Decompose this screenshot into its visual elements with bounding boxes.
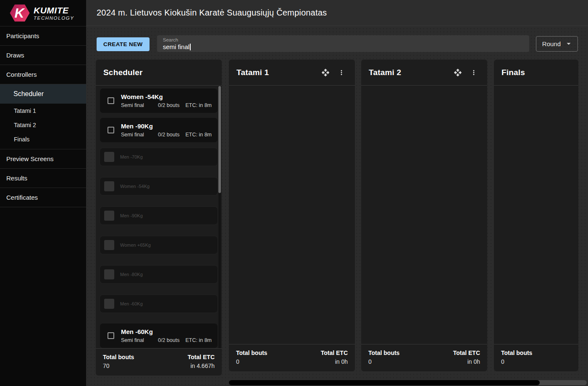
total-bouts-value: 70 <box>103 363 134 369</box>
sidebar-item-controllers[interactable]: Controllers <box>0 65 86 84</box>
brand-logo-letter: K <box>14 6 24 20</box>
card-checkbox-disabled <box>104 152 114 162</box>
finals-title: Finals <box>501 68 525 77</box>
sidebar-item-preview-screens[interactable]: Preview Screens <box>0 149 86 169</box>
card-title: Men -60Kg <box>120 301 143 306</box>
total-bouts-label: Total bouts <box>368 349 399 356</box>
finals-dropzone[interactable] <box>494 86 578 344</box>
card-bouts: 0/2 bouts <box>158 132 185 138</box>
card-title: Women -54Kg <box>120 184 150 189</box>
tatami-1-title: Tatami 1 <box>236 68 269 77</box>
sidebar-item-draws[interactable]: Draws <box>0 46 86 65</box>
scheduler-card-disabled[interactable]: Men -70Kg <box>100 148 218 166</box>
card-round: Semi final <box>121 132 158 138</box>
total-bouts-value: 0 <box>236 358 267 365</box>
card-checkbox-disabled <box>104 269 114 279</box>
horizontal-scrollbar-track[interactable] <box>229 380 587 385</box>
tatami-2-title: Tatami 2 <box>369 68 401 77</box>
sidebar-item-tatami-1[interactable]: Tatami 1 <box>0 104 86 118</box>
card-checkbox-disabled <box>104 181 114 191</box>
more-vert-icon[interactable] <box>336 67 347 78</box>
columns-area: Scheduler Women -54Kg Semi final 0/2 bou… <box>96 60 578 376</box>
scheduler-card-disabled[interactable]: Women -54Kg <box>100 177 218 196</box>
scheduler-card-disabled[interactable]: Men -90Kg <box>100 206 218 225</box>
move-icon[interactable] <box>452 67 464 78</box>
tatami-1-column: Tatami 1 Total bouts 0 <box>229 60 355 371</box>
round-dropdown[interactable]: Round <box>536 36 578 52</box>
app-header: 2024 m. Lietuvos Kiokušin Karatė Suaugus… <box>86 0 588 26</box>
tatami-2-header: Tatami 2 <box>361 60 487 86</box>
text-cursor <box>190 44 191 50</box>
total-bouts-label: Total bouts <box>103 354 134 360</box>
card-round: Semi final <box>121 102 158 108</box>
card-checkbox[interactable] <box>108 127 114 133</box>
scheduler-card-women-54[interactable]: Women -54Kg Semi final 0/2 bouts ETC: in… <box>100 88 218 113</box>
total-etc-label: Total ETC <box>321 349 348 356</box>
total-etc-value: in 0h <box>321 358 348 365</box>
card-etc: ETC: in 8m <box>185 337 212 343</box>
tatami-1-dropzone[interactable] <box>229 86 355 344</box>
create-new-button[interactable]: CREATE NEW <box>97 37 150 51</box>
sidebar-item-certificates[interactable]: Certificates <box>0 188 86 207</box>
scheduler-card-men-90[interactable]: Men -90Kg Semi final 0/2 bouts ETC: in 8… <box>100 117 218 143</box>
tatami-2-dropzone[interactable] <box>361 86 487 344</box>
scheduler-header: Scheduler <box>96 60 222 86</box>
caret-down-icon <box>564 39 573 48</box>
finals-footer: Total bouts 0 <box>494 344 578 371</box>
brand-name: KUMITE <box>34 6 74 15</box>
scheduler-card-disabled[interactable]: Men -80Kg <box>100 265 218 284</box>
controllers-subgroup: Scheduler Tatami 1 Tatami 2 Finals <box>0 84 86 149</box>
scheduler-card-disabled[interactable]: Men -60Kg <box>100 295 218 313</box>
card-bouts: 0/2 bouts <box>158 337 185 343</box>
card-title: Men -90Kg <box>120 213 143 218</box>
more-vert-icon[interactable] <box>468 67 480 78</box>
tatami-1-header: Tatami 1 <box>229 60 355 86</box>
finals-header: Finals <box>494 60 578 86</box>
scheduler-card-men-60[interactable]: Men -60Kg Semi final 0/2 bouts ETC: in 8… <box>100 323 218 348</box>
card-checkbox-disabled <box>104 299 114 309</box>
round-dropdown-label: Round <box>542 40 561 47</box>
move-icon[interactable] <box>320 67 331 78</box>
brand-hexagon-icon: K <box>9 4 30 22</box>
finals-column-clip: Finals Total bouts 0 <box>494 60 578 371</box>
total-bouts-value: 0 <box>501 358 532 365</box>
tatami-1-footer: Total bouts 0 Total ETC in 0h <box>229 344 355 371</box>
sidebar-item-tatami-2[interactable]: Tatami 2 <box>0 118 86 132</box>
finals-column: Finals Total bouts 0 <box>494 60 578 371</box>
total-etc-value: in 4.667h <box>188 363 215 369</box>
card-checkbox-disabled <box>104 240 114 250</box>
scheduler-card-list: Women -54Kg Semi final 0/2 bouts ETC: in… <box>96 86 222 348</box>
card-title: Men -70Kg <box>120 154 143 159</box>
card-title: Women +65Kg <box>120 243 151 248</box>
scheduler-column: Scheduler Women -54Kg Semi final 0/2 bou… <box>96 60 222 376</box>
total-bouts-value: 0 <box>368 358 399 365</box>
scheduler-title: Scheduler <box>103 68 143 77</box>
card-checkbox[interactable] <box>108 332 114 339</box>
sidebar-nav: Participants Draws Controllers Scheduler… <box>0 26 86 207</box>
card-checkbox[interactable] <box>108 97 114 104</box>
search-input[interactable]: Search semi final <box>157 35 529 52</box>
main-area: 2024 m. Lietuvos Kiokušin Karatė Suaugus… <box>86 0 588 386</box>
app-window: K KUMITE TECHNOLOGY Participants Draws C… <box>0 0 588 386</box>
brand-logo: K KUMITE TECHNOLOGY <box>0 0 86 26</box>
total-etc-value: in 0h <box>453 358 480 365</box>
scheduler-card-disabled[interactable]: Women +65Kg <box>100 236 218 254</box>
total-etc-label: Total ETC <box>188 354 215 360</box>
toolbar: CREATE NEW Search semi final Round <box>97 35 578 52</box>
total-bouts-label: Total bouts <box>236 349 267 356</box>
tatami-2-footer: Total bouts 0 Total ETC in 0h <box>361 344 487 371</box>
sidebar-item-participants[interactable]: Participants <box>0 26 86 46</box>
search-input-value: semi final <box>163 43 189 50</box>
card-etc: ETC: in 8m <box>185 102 212 108</box>
scheduler-scrollbar-thumb[interactable] <box>218 86 221 193</box>
card-title: Men -90Kg <box>121 123 212 130</box>
card-bouts: 0/2 bouts <box>158 102 185 108</box>
sidebar-item-results[interactable]: Results <box>0 169 86 188</box>
tatami-2-column: Tatami 2 Total bouts 0 <box>361 60 487 371</box>
sidebar-item-finals[interactable]: Finals <box>0 132 86 146</box>
total-bouts-label: Total bouts <box>501 349 532 356</box>
horizontal-scrollbar-thumb[interactable] <box>229 380 540 385</box>
brand-subtitle: TECHNOLOGY <box>34 16 74 21</box>
sidebar-item-scheduler[interactable]: Scheduler <box>0 84 86 104</box>
card-round: Semi final <box>121 337 158 343</box>
